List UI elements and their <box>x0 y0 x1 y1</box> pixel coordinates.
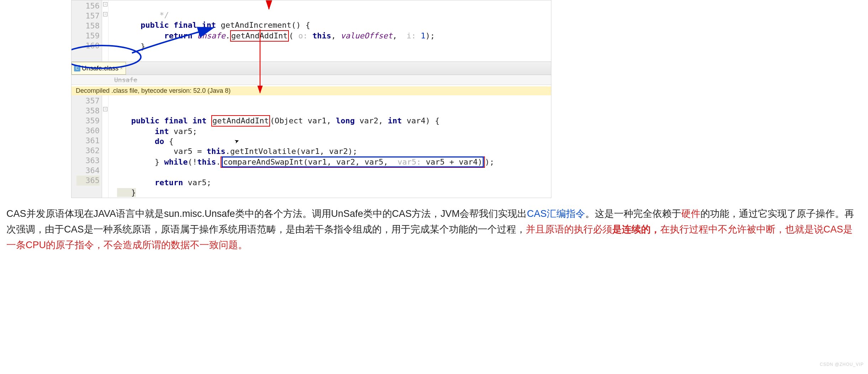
breadcrumb-bar: Unsafe <box>72 75 551 85</box>
line-number: 157 <box>76 11 100 21</box>
text: 。这是一种完全依赖于 <box>585 208 681 219</box>
code-line <box>117 106 122 114</box>
editor-tab-strip: C Unsafe.class × <box>72 62 551 75</box>
rest: var5; <box>169 127 197 136</box>
arg: var4) { <box>402 116 440 125</box>
explanation-paragraph: CAS并发原语体现在JAVA语言中就是sun.misc.Unsafe类中的各个方… <box>0 198 868 256</box>
boxed-cas-call: compareAndSwapInt(var1, var2, var5, var5… <box>221 156 485 168</box>
line-number: 365 <box>76 176 100 186</box>
rest: { <box>164 137 174 146</box>
code-line: return unsafe.getAndAddInt( o: this, val… <box>117 31 435 40</box>
line-number: 159 <box>76 31 100 41</box>
code-line: */ <box>117 11 169 20</box>
code-line: do { ➤ <box>117 137 239 146</box>
line-number: 362 <box>76 146 100 156</box>
keyword-this: this <box>197 157 216 166</box>
file-tab-unsafe[interactable]: C Unsafe.class × <box>72 62 126 75</box>
param-hint: var5: <box>398 157 421 166</box>
line-number: 361 <box>76 136 100 146</box>
keyword: public final int <box>141 21 216 30</box>
code-line: } <box>117 42 145 51</box>
close-icon[interactable]: × <box>120 65 123 71</box>
keyword: while <box>164 157 187 166</box>
source-block-1: 156 157 158 159 160 − − */ public final … <box>72 0 551 62</box>
open: (! <box>188 157 197 166</box>
brace: } <box>131 188 136 197</box>
mouse-cursor-icon: ➤ <box>233 136 241 147</box>
expr: var5 + var4) <box>421 157 482 166</box>
method-name: getAndIncrement <box>221 21 291 30</box>
keyword: return <box>164 31 192 40</box>
code-line: } <box>117 188 136 197</box>
text-red: 并且原语的执行必须 <box>526 224 612 235</box>
code-line: var5 = this.getIntVolatile(var1, var2); <box>117 147 358 156</box>
signature: () { <box>291 21 310 30</box>
rest: var5; <box>183 178 211 187</box>
arg: var2, <box>355 116 388 125</box>
line-gutter: 156 157 158 159 160 <box>72 0 102 62</box>
method-call: compareAndSwapInt(var1, var2, var5, <box>223 157 393 166</box>
keyword: long <box>336 116 355 125</box>
code-line: return var5; <box>117 178 211 187</box>
tail: ); <box>425 31 435 40</box>
line-number: 158 <box>76 21 100 31</box>
line-number: 360 <box>76 126 100 136</box>
keyword: int <box>155 127 169 136</box>
file-tab-label: Unsafe.class <box>82 65 118 72</box>
code-editor-container: 156 157 158 159 160 − − */ public final … <box>71 0 551 198</box>
keyword-this: this <box>207 147 226 156</box>
line-gutter: 357 358 359 360 361 362 363 364 365 <box>72 95 102 198</box>
code-line: public final int getAndAddInt(Object var… <box>117 116 440 125</box>
inner-blue-box: compareAndSwapInt(var1, var2, var5, var5… <box>222 156 484 167</box>
keyword: int <box>388 116 402 125</box>
line-number: 357 <box>76 96 100 106</box>
field-ref: valueOffset <box>341 31 393 40</box>
comment-close: */ <box>159 11 169 20</box>
fold-toggle-icon[interactable]: − <box>103 2 107 6</box>
code-line: public final int getAndIncrement() { <box>117 21 310 30</box>
boxed-call-getandaddint: getAndAddInt <box>230 30 289 42</box>
code-lines[interactable]: public final int getAndAddInt(Object var… <box>108 95 551 198</box>
line-number: 160 <box>76 41 100 51</box>
brace: } <box>155 157 164 166</box>
text: CAS并发原语体现在JAVA语言中就是sun.misc.Unsafe类中的各个方… <box>6 208 527 219</box>
param-hint: o: <box>298 31 308 40</box>
keyword-this: this <box>312 31 331 40</box>
comma: , <box>331 31 341 40</box>
method-call: getAndAddInt <box>231 31 288 40</box>
breadcrumb-class[interactable]: Unsafe <box>114 76 137 84</box>
text-blue: CAS汇编指令 <box>527 208 585 219</box>
boxed-method-getandaddint: getAndAddInt <box>211 115 270 127</box>
method-name: getAndAddInt <box>212 116 269 125</box>
code-line: int var5; <box>117 127 197 136</box>
tail: ); <box>485 157 494 166</box>
param-hint: i: <box>407 31 416 40</box>
rest: .getIntVolatile(var1, var2); <box>226 147 358 156</box>
fold-column: − <box>102 95 108 198</box>
text-red-bold: 是连续的， <box>612 224 660 235</box>
fold-toggle-icon[interactable]: − <box>103 107 107 111</box>
code-line <box>117 52 122 61</box>
keyword: return <box>155 178 183 187</box>
keyword: do <box>155 137 164 146</box>
field-ref: unsafe <box>197 31 225 40</box>
line-number: 363 <box>76 156 100 166</box>
sig: (Object var1, <box>270 116 336 125</box>
line-number: 358 <box>76 106 100 116</box>
code-line <box>117 168 122 177</box>
source-block-2: 357 358 359 360 361 362 363 364 365 − pu… <box>72 95 551 198</box>
line-number: 156 <box>76 1 100 11</box>
code-lines[interactable]: */ public final int getAndIncrement() { … <box>108 0 551 62</box>
code-line: } while(!this.compareAndSwapInt(var1, va… <box>117 157 494 166</box>
fold-toggle-icon[interactable]: − <box>103 12 107 16</box>
dot: . <box>216 157 221 166</box>
line-number: 364 <box>76 166 100 176</box>
indent: var5 = <box>117 147 207 156</box>
keyword: public final int <box>131 116 207 125</box>
text-red: 硬件 <box>681 208 700 219</box>
fold-column: − − <box>102 0 108 62</box>
decompile-banner: Decompiled .class file, bytecode version… <box>72 86 551 95</box>
brace: } <box>141 42 145 51</box>
number-literal: 1 <box>421 31 425 40</box>
line-number: 359 <box>76 116 100 126</box>
